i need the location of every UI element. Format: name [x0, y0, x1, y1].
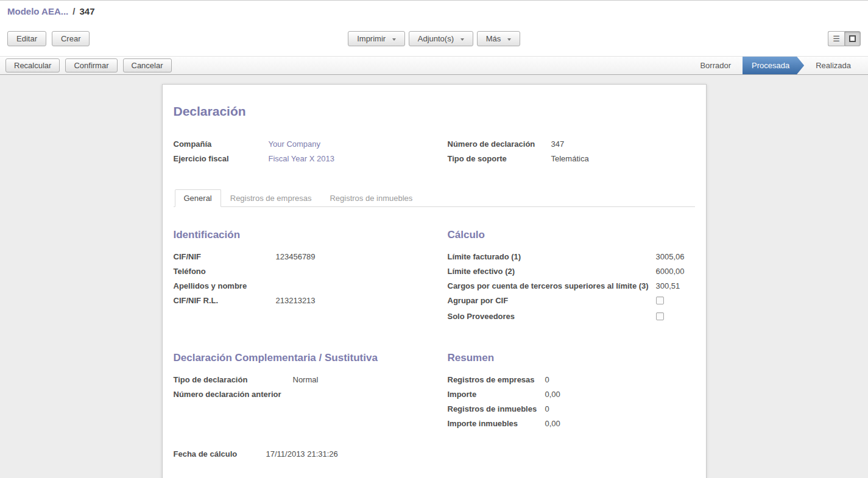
sections-bottom: Declaración Complementaria / Sustitutiva…: [174, 352, 695, 431]
field-label: Compañía: [174, 137, 269, 152]
state-procesada[interactable]: Procesada: [743, 57, 804, 74]
field-label: Apellidos y nombre: [174, 279, 276, 293]
field-row-agrupar-por-cif: Agrupar por CIF: [448, 293, 695, 309]
field-value: 0,00: [545, 387, 560, 402]
breadcrumb-separator: /: [72, 6, 75, 16]
view-manager-header: Modelo AEA... / 347 Editar Crear Imprimi…: [0, 0, 868, 56]
field-row-ejercicio-fiscal: Ejercicio fiscal Fiscal Year X 2013: [174, 152, 421, 166]
field-row-cargos-terceros: Cargos por cuenta de terceros superiores…: [448, 279, 695, 293]
field-row-tipo-soporte: Tipo de soporte Telemática: [448, 152, 695, 166]
chevron-down-icon: [392, 38, 396, 41]
print-dropdown-button[interactable]: Imprimir: [348, 31, 405, 46]
field-label: Importe: [448, 387, 545, 402]
field-label: Teléfono: [174, 264, 276, 279]
agrupar-por-cif-checkbox[interactable]: [656, 297, 664, 304]
field-row-compania: Compañía Your Company: [174, 137, 421, 152]
field-value: 0: [545, 402, 549, 416]
field-row-registros-empresas: Registros de empresas 0: [448, 373, 695, 387]
field-value: 123456789: [276, 250, 316, 264]
sheet-title: Declaración: [174, 104, 695, 119]
state-realizada[interactable]: Realizada: [806, 57, 861, 74]
field-row-limite-efectivo: Límite efectivo (2) 6000,00: [448, 264, 695, 279]
fiscal-year-link[interactable]: Fiscal Year X 2013: [269, 152, 334, 166]
section-title: Resumen: [448, 352, 695, 364]
field-row-importe: Importe 0,00: [448, 387, 695, 402]
cancel-button[interactable]: Cancelar: [123, 58, 172, 72]
field-row-numero-declaracion: Número de declaración 347: [448, 137, 695, 152]
field-label: Número de declaración: [448, 137, 551, 152]
field-value: Telemática: [551, 152, 589, 166]
tab-registros-inmuebles[interactable]: Registros de inmuebles: [320, 189, 422, 207]
field-row-registros-inmuebles: Registros de inmuebles 0: [448, 402, 695, 416]
header-fields-right: Número de declaración 347 Tipo de soport…: [448, 137, 695, 166]
field-row-cif-nif-rl: CIF/NIF R.L. 213213213: [174, 293, 421, 308]
section-title: Cálculo: [448, 229, 695, 241]
form-background: Declaración Compañía Your Company Ejerci…: [0, 75, 868, 477]
field-row-solo-proveedores: Solo Proveedores: [448, 309, 695, 325]
field-label: Límite facturado (1): [448, 250, 656, 264]
status-pipeline: Borrador Procesada Realizada: [690, 57, 861, 74]
field-row-limite-facturado: Límite facturado (1) 3005,06: [448, 250, 695, 264]
field-label: Fecha de cálculo: [174, 447, 266, 462]
company-link[interactable]: Your Company: [269, 137, 321, 152]
attachments-dropdown-button[interactable]: Adjunto(s): [409, 31, 473, 46]
more-dropdown-button[interactable]: Más: [477, 31, 520, 46]
section-calculo: Cálculo Límite facturado (1) 3005,06 Lím…: [448, 229, 695, 325]
field-row-cif-nif: CIF/NIF 123456789: [174, 250, 421, 264]
field-value: 17/11/2013 21:31:26: [266, 447, 338, 462]
chevron-down-icon: [460, 38, 464, 41]
create-button[interactable]: Crear: [52, 31, 90, 46]
section-resumen: Resumen Registros de empresas 0 Importe …: [448, 352, 695, 431]
form-sheet: Declaración Compañía Your Company Ejerci…: [162, 84, 707, 478]
field-row-importe-inmuebles: Importe inmuebles 0,00: [448, 416, 695, 431]
form-icon: [849, 35, 856, 42]
tab-general[interactable]: General: [175, 189, 221, 207]
field-label: Importe inmuebles: [448, 416, 545, 431]
field-label: CIF/NIF R.L.: [174, 293, 276, 308]
confirm-button[interactable]: Confirmar: [65, 58, 117, 72]
breadcrumb-parent-link[interactable]: Modelo AEA...: [7, 6, 68, 16]
field-value: 0: [545, 373, 549, 387]
solo-proveedores-checkbox[interactable]: [656, 312, 664, 320]
section-complementaria: Declaración Complementaria / Sustitutiva…: [174, 352, 421, 431]
breadcrumb: Modelo AEA... / 347: [0, 1, 868, 21]
list-view-button[interactable]: ☰: [828, 31, 844, 46]
field-value: 3005,06: [656, 250, 695, 264]
field-label: Tipo de declaración: [174, 373, 293, 387]
field-row-numero-declaracion-anterior: Número declaración anterior: [174, 387, 421, 402]
section-title: Identificación: [174, 229, 421, 241]
field-label: Tipo de soporte: [448, 152, 551, 166]
field-label: Registros de inmuebles: [448, 402, 545, 416]
notebook-tabs: General Registros de empresas Registros …: [174, 189, 695, 207]
more-label: Más: [486, 34, 501, 43]
state-borrador[interactable]: Borrador: [690, 57, 741, 74]
field-value: 0,00: [545, 416, 560, 431]
field-value: 6000,00: [656, 264, 695, 279]
toolbar-right: ☰: [520, 31, 861, 46]
attachments-label: Adjunto(s): [418, 34, 454, 43]
tab-registros-empresas[interactable]: Registros de empresas: [221, 189, 321, 207]
field-label: Registros de empresas: [448, 373, 545, 387]
recalculate-button[interactable]: Recalcular: [5, 58, 60, 72]
field-row-tipo-declaracion: Tipo de declaración Normal: [174, 373, 421, 387]
field-label: Número declaración anterior: [174, 387, 293, 402]
field-row-apellidos-nombre: Apellidos y nombre: [174, 279, 421, 293]
edit-button[interactable]: Editar: [7, 31, 46, 46]
toolbar: Editar Crear Imprimir Adjunto(s) Más ☰: [0, 21, 868, 56]
field-value: 347: [551, 137, 565, 152]
field-value: 300,51: [656, 279, 695, 293]
chevron-down-icon: [507, 38, 511, 41]
breadcrumb-current: 347: [79, 6, 94, 16]
header-fields-left: Compañía Your Company Ejercicio fiscal F…: [174, 137, 421, 166]
statusbar-buttons: Recalcular Confirmar Cancelar: [5, 58, 690, 72]
checkbox-cell: [656, 293, 695, 309]
sections-top: Identificación CIF/NIF 123456789 Teléfon…: [174, 229, 695, 325]
list-icon: ☰: [833, 35, 840, 43]
toolbar-left: Editar Crear: [7, 31, 348, 46]
field-label: Solo Proveedores: [448, 309, 656, 324]
field-row-telefono: Teléfono: [174, 264, 421, 279]
form-view-button[interactable]: [844, 31, 861, 46]
header-fields: Compañía Your Company Ejercicio fiscal F…: [174, 137, 695, 166]
field-label: Agrupar por CIF: [448, 293, 656, 308]
field-value: 213213213: [276, 293, 316, 308]
